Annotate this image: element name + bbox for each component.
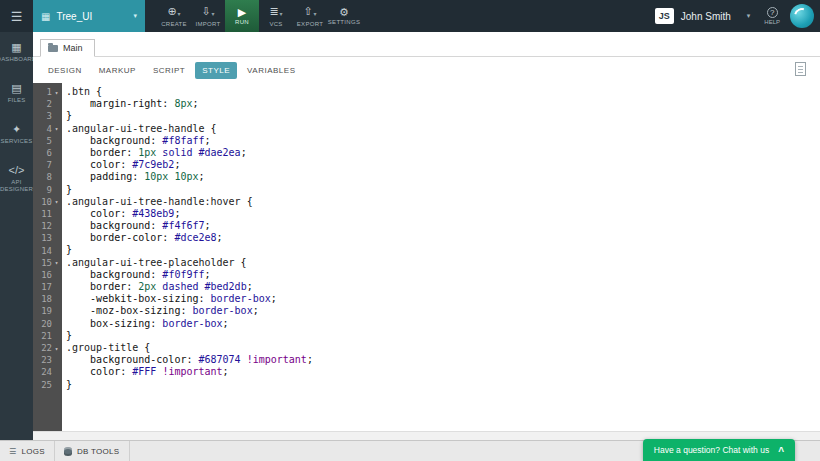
menu-import-button[interactable]: ⇩▾IMPORT <box>191 0 225 32</box>
logs-icon: ☰ <box>9 447 16 456</box>
menu-create-button[interactable]: ⊕▾CREATE <box>157 0 191 32</box>
code-line[interactable]: background: #f0f9ff; <box>66 269 820 281</box>
menu-item-label: IMPORT <box>195 21 220 27</box>
tab-script[interactable]: SCRIPT <box>146 62 192 79</box>
code-line[interactable]: color: #7c9eb2; <box>66 159 820 171</box>
code-line[interactable]: background: #f4f6f7; <box>66 220 820 232</box>
line-number: 1 <box>33 87 52 97</box>
code-line[interactable]: .btn { <box>66 86 820 98</box>
code-line[interactable]: } <box>66 244 820 256</box>
help-label: HELP <box>764 19 780 25</box>
code-line[interactable]: .angular-ui-tree-placeholder { <box>66 257 820 269</box>
code-line[interactable]: } <box>66 379 820 391</box>
api-designer-icon: </> <box>9 165 25 176</box>
tab-design[interactable]: DESIGN <box>41 62 89 79</box>
code-line[interactable]: padding: 10px 10px; <box>66 171 820 183</box>
app-logo[interactable] <box>790 4 814 28</box>
line-number: 16 <box>33 270 52 280</box>
sidebar-item-label: FILES <box>8 97 26 104</box>
chevron-down-icon: ▾ <box>133 12 137 20</box>
line-number: 24 <box>33 367 52 377</box>
menu-settings-button[interactable]: ⚙SETTINGS <box>327 0 361 32</box>
chat-widget[interactable]: Have a question? Chat with us ^ <box>643 439 795 461</box>
menu-item-label: RUN <box>235 19 249 25</box>
code-line[interactable]: -webkit-box-sizing: border-box; <box>66 293 820 305</box>
code-line[interactable]: .angular-ui-tree-handle:hover { <box>66 196 820 208</box>
hamburger-menu-icon[interactable]: ☰ <box>0 9 33 24</box>
menu-export-button[interactable]: ⇧▾EXPORT <box>293 0 327 32</box>
line-number: 9 <box>33 185 52 195</box>
line-number: 22 <box>33 343 52 353</box>
code-line[interactable]: background-color: #687074 !important; <box>66 354 820 366</box>
line-number: 2 <box>33 99 52 109</box>
user-name[interactable]: John Smith <box>681 11 731 22</box>
chevron-down-icon: ▾ <box>212 9 215 20</box>
sidebar-item-files[interactable]: ▤FILES <box>0 73 33 114</box>
create-icon: ⊕ <box>167 6 176 17</box>
user-initials-badge: JS <box>655 8 674 24</box>
sidebar-item-api-designer[interactable]: </>API DESIGNER <box>0 155 33 203</box>
code-line[interactable]: -moz-box-sizing: border-box; <box>66 305 820 317</box>
vcs-icon: ≣ <box>269 6 278 17</box>
folder-icon <box>48 45 58 52</box>
line-number: 10 <box>33 197 52 207</box>
code-line[interactable]: margin-right: 8px; <box>66 98 820 110</box>
sidebar-item-label: API DESIGNER <box>0 179 33 193</box>
tab-style[interactable]: STYLE <box>195 62 237 79</box>
line-number: 15 <box>33 258 52 268</box>
code-line[interactable]: color: #438eb9; <box>66 208 820 220</box>
code-line[interactable]: border: 2px dashed #bed2db; <box>66 281 820 293</box>
logs-button[interactable]: ☰ LOGS <box>0 441 55 461</box>
menu-vcs-button[interactable]: ≣▾VCS <box>259 0 293 32</box>
help-button[interactable]: ? HELP <box>764 7 780 25</box>
code-line[interactable]: .group-title { <box>66 342 820 354</box>
tab-markup[interactable]: MARKUP <box>92 62 143 79</box>
menu-item-label: CREATE <box>161 21 187 27</box>
sidebar-item-services[interactable]: ✦SERVICES <box>0 114 33 155</box>
fold-marker-icon[interactable]: ▾ <box>52 345 61 352</box>
line-number: 4 <box>33 124 52 134</box>
import-icon: ⇩ <box>201 6 210 17</box>
code-line[interactable]: } <box>66 330 820 342</box>
editor-code[interactable]: .btn { margin-right: 8px;}.angular-ui-tr… <box>62 83 820 431</box>
project-name: Tree_UI <box>56 11 92 22</box>
line-number: 23 <box>33 355 52 365</box>
code-line[interactable]: border: 1px solid #dae2ea; <box>66 147 820 159</box>
line-number: 7 <box>33 160 52 170</box>
project-selector[interactable]: ▦ Tree_UI ▾ <box>33 0 145 32</box>
sidebar-item-dashboard[interactable]: ▦DASHBOARD <box>0 32 33 73</box>
fold-marker-icon[interactable]: ▾ <box>52 125 61 132</box>
export-icon: ⇧ <box>303 6 312 17</box>
run-icon: ▶ <box>238 7 246 18</box>
line-number: 5 <box>33 136 52 146</box>
app-window: ☰ ▦ Tree_UI ▾ ⊕▾CREATE⇩▾IMPORT▶RUN≣▾VCS⇧… <box>0 0 820 461</box>
menu-run-button[interactable]: ▶RUN <box>225 0 259 32</box>
help-icon: ? <box>767 7 778 18</box>
tab-variables[interactable]: VARIABLES <box>240 62 302 79</box>
code-line[interactable]: border-color: #dce2e8; <box>66 232 820 244</box>
main-area: Main DESIGNMARKUPSCRIPTSTYLEVARIABLES 1▾… <box>33 32 820 440</box>
line-number: 3 <box>33 111 52 121</box>
subtabs: DESIGNMARKUPSCRIPTSTYLEVARIABLES <box>33 57 820 83</box>
settings-icon: ⚙ <box>339 7 349 18</box>
code-line[interactable]: background: #f8faff; <box>66 135 820 147</box>
db-tools-button[interactable]: DB TOOLS <box>55 441 130 461</box>
code-line[interactable]: box-sizing: border-box; <box>66 318 820 330</box>
chevron-down-icon[interactable]: ▾ <box>747 12 751 20</box>
code-line[interactable]: .angular-ui-tree-handle { <box>66 123 820 135</box>
files-icon: ▤ <box>11 83 21 94</box>
code-editor: 1▾234▾5678910▾1112131415▾16171819202122▾… <box>33 83 820 431</box>
chevron-down-icon: ▾ <box>178 9 181 20</box>
tab-label: Main <box>63 43 83 53</box>
line-number: 17 <box>33 282 52 292</box>
left-sidebar: ▦DASHBOARD▤FILES✦SERVICES</>API DESIGNER <box>0 32 33 440</box>
tab-main[interactable]: Main <box>40 39 95 57</box>
chevron-down-icon: ▾ <box>280 9 283 20</box>
save-page-icon[interactable] <box>795 62 806 76</box>
code-line[interactable]: } <box>66 184 820 196</box>
code-line[interactable]: } <box>66 110 820 122</box>
fold-marker-icon[interactable]: ▾ <box>52 259 61 266</box>
code-line[interactable]: color: #FFF !important; <box>66 366 820 378</box>
fold-marker-icon[interactable]: ▾ <box>52 198 61 205</box>
fold-marker-icon[interactable]: ▾ <box>52 89 61 96</box>
